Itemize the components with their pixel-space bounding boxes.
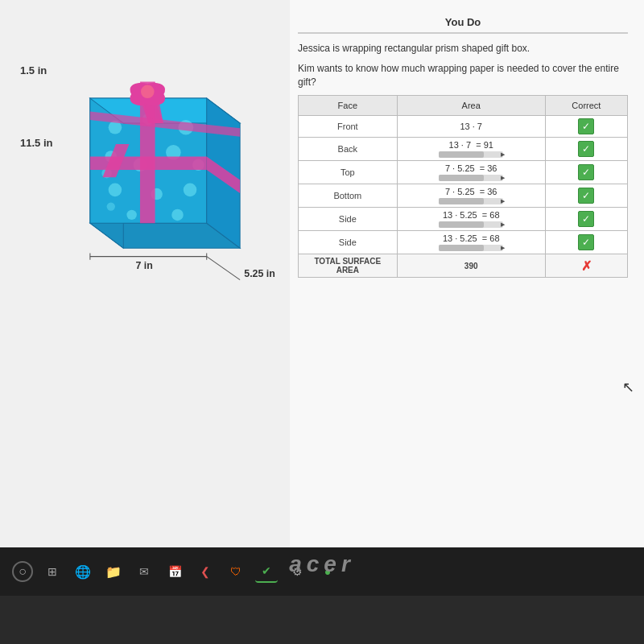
area-total: 390	[397, 254, 545, 278]
face-top: Top	[299, 161, 398, 184]
taskbar-edge[interactable]: 🌐	[72, 560, 94, 583]
taskbar-files[interactable]: 📁	[102, 560, 125, 583]
taskbar-calendar[interactable]: 📅	[163, 560, 186, 583]
face-side1: Side	[299, 208, 398, 231]
svg-point-28	[141, 85, 155, 99]
svg-point-12	[109, 184, 122, 197]
description-line1: Jessica is wrapping rectangular prism sh…	[298, 42, 628, 56]
col-header-correct: Correct	[545, 96, 627, 116]
check-icon: ✓	[578, 188, 594, 204]
correct-front: ✓	[545, 116, 627, 138]
table-row: Side 13 · 5.25 = 68 ✓	[299, 208, 628, 231]
correct-side2: ✓	[545, 231, 627, 254]
dimension-side-label: 11.5 in	[20, 137, 52, 149]
laptop-bottom: acer ○ ⊞ 🌐 📁 ✉ 📅 ❮ 🛡 ✔ ⚙ ●	[0, 547, 644, 644]
svg-text:5.25 in: 5.25 in	[244, 268, 275, 279]
svg-point-18	[107, 202, 115, 210]
area-side1: 13 · 5.25 = 68	[397, 208, 545, 231]
col-header-area: Area	[397, 96, 545, 116]
brand-label: acer	[289, 551, 355, 577]
correct-total: ✗	[545, 254, 627, 278]
slider-side2[interactable]	[439, 245, 503, 251]
content-area: 1.5 in 11.5 in	[0, 0, 644, 596]
svg-point-16	[171, 209, 183, 221]
description-line2: Kim wants to know how much wrapping pape…	[298, 62, 628, 89]
correct-top: ✓	[545, 161, 627, 184]
table-row: Front 13 · 7 ✓	[299, 116, 628, 138]
check-icon: ✓	[578, 234, 594, 250]
cross-icon: ✗	[581, 259, 592, 273]
face-front: Front	[299, 116, 398, 138]
slider-top[interactable]	[439, 175, 503, 181]
total-row: TOTAL SURFACE AREA 390 ✗	[299, 254, 628, 278]
correct-bottom: ✓	[545, 184, 627, 208]
svg-point-14	[184, 184, 197, 197]
taskbar-check[interactable]: ✔	[255, 560, 278, 583]
right-panel: You Do Jessica is wrapping rectangular p…	[290, 0, 644, 596]
taskbar-search[interactable]: ○	[12, 561, 33, 582]
table-row: Top 7 · 5.25 = 36 ✓	[299, 161, 628, 184]
dimension-top-label: 1.5 in	[20, 64, 47, 76]
face-side2: Side	[299, 231, 398, 254]
col-header-face: Face	[299, 96, 398, 116]
correct-side1: ✓	[545, 208, 627, 231]
taskbar-mail[interactable]: ✉	[133, 560, 155, 583]
area-side2: 13 · 5.25 = 68	[397, 231, 545, 254]
slider-bottom[interactable]	[439, 198, 503, 204]
cursor: ↖	[622, 378, 632, 393]
area-front: 13 · 7	[397, 116, 545, 138]
surface-area-table: Face Area Correct Front 13 · 7 ✓	[298, 95, 628, 278]
taskbar-shield[interactable]: 🛡	[225, 560, 247, 583]
svg-point-15	[126, 210, 136, 220]
slider-side1[interactable]	[439, 221, 503, 228]
check-icon: ✓	[578, 141, 594, 157]
left-panel: 1.5 in 11.5 in	[0, 0, 290, 596]
face-bottom: Bottom	[299, 184, 398, 208]
svg-text:7 in: 7 in	[135, 260, 152, 271]
check-icon: ✓	[578, 118, 594, 134]
slider-back[interactable]	[439, 151, 503, 158]
taskbar-back[interactable]: ❮	[194, 560, 217, 583]
gift-box-svg: 7 in 5.25 in	[52, 48, 278, 290]
table-row: Back 13 · 7 = 91 ✓	[299, 138, 628, 161]
svg-line-33	[207, 257, 240, 280]
taskbar-windows[interactable]: ⊞	[41, 560, 64, 583]
gift-container: 1.5 in 11.5 in	[20, 40, 278, 293]
area-top: 7 · 5.25 = 36	[397, 161, 545, 184]
correct-back: ✓	[545, 138, 627, 161]
face-total: TOTAL SURFACE AREA	[299, 254, 398, 278]
area-back: 13 · 7 = 91	[397, 138, 545, 161]
check-icon: ✓	[578, 164, 594, 180]
table-row: Bottom 7 · 5.25 = 36 ✓	[299, 184, 628, 208]
section-title: You Do	[298, 16, 628, 34]
area-bottom: 7 · 5.25 = 36	[397, 184, 545, 208]
table-row: Side 13 · 5.25 = 68 ✓	[299, 231, 628, 254]
check-icon: ✓	[578, 211, 594, 227]
face-back: Back	[299, 138, 398, 161]
